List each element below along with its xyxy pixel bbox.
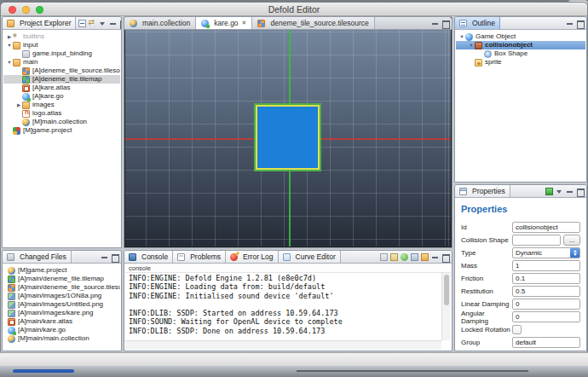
- editor-tab[interactable]: deneme_tile_source.tilesource: [252, 17, 374, 29]
- zoom-window-button[interactable]: [36, 6, 43, 14]
- property-select[interactable]: Dynamic: [512, 247, 580, 258]
- property-input[interactable]: [512, 260, 580, 271]
- property-label: Locked Rotation: [461, 326, 512, 334]
- view-menu-icon[interactable]: [99, 20, 107, 27]
- open-log-icon[interactable]: [390, 253, 398, 261]
- image-icon: [8, 310, 15, 317]
- changed-file-item[interactable]: [A]main/images/Untitled.png: [3, 300, 120, 309]
- property-input[interactable]: [512, 337, 580, 348]
- tree-item[interactable]: [A]deneme_tile.tilemap: [3, 75, 120, 84]
- console-horizontal-scrollbar[interactable]: [125, 340, 441, 350]
- editor-tab[interactable]: main.collection: [124, 17, 196, 29]
- minimize-icon[interactable]: [101, 253, 108, 261]
- tree-item[interactable]: [M]main.collection: [3, 118, 120, 126]
- property-input[interactable]: [512, 273, 580, 284]
- tree-item[interactable]: main: [3, 58, 120, 67]
- expand-toggle-icon[interactable]: [458, 32, 465, 41]
- browse-button[interactable]: ...: [563, 235, 580, 246]
- console-view-tab[interactable]: Curve Editor: [279, 251, 341, 263]
- property-row: Mass: [461, 260, 580, 271]
- atlas-icon: [8, 318, 15, 326]
- close-window-button[interactable]: [9, 6, 16, 14]
- pin-console-icon[interactable]: [401, 253, 408, 261]
- expand-toggle-icon[interactable]: [6, 58, 13, 67]
- display-selected-console-icon[interactable]: [411, 253, 418, 261]
- outline-item[interactable]: sprite: [456, 58, 585, 67]
- changed-file-item[interactable]: [A]main/kare.atlas: [3, 317, 120, 326]
- changed-files-panel: Changed Files [M]game.project [A]main/de…: [2, 250, 122, 351]
- changed-file-item[interactable]: [A]main/images/kare.png: [3, 309, 120, 317]
- maximize-icon[interactable]: [576, 20, 584, 27]
- view-menu-icon[interactable]: [556, 188, 563, 195]
- open-console-icon[interactable]: [421, 253, 429, 261]
- changed-file-item[interactable]: [A]main/deneme_tile.tilemap: [3, 275, 120, 283]
- tilesource-icon: [8, 284, 15, 292]
- editor-panel: main.collection kare.go ✕ deneme_tile_so…: [124, 16, 453, 248]
- changed-file-item[interactable]: [M]game.project: [3, 266, 120, 275]
- property-input[interactable]: [512, 235, 561, 246]
- link-with-editor-icon[interactable]: [89, 20, 96, 27]
- changed-file-item[interactable]: [A]main/images/1ON8a.png: [3, 292, 120, 300]
- tree-item[interactable]: images: [3, 101, 120, 109]
- maximize-icon[interactable]: [111, 253, 118, 261]
- tab-properties[interactable]: Properties: [455, 185, 510, 197]
- expand-toggle-icon[interactable]: [6, 32, 13, 41]
- titlebar[interactable]: Defold Editor: [1, 3, 587, 16]
- outline-item[interactable]: collisionobject: [456, 41, 585, 49]
- scrollbar-thumb[interactable]: [444, 275, 449, 305]
- tree-item[interactable]: [A]kare.atlas: [3, 84, 120, 92]
- tab-project-explorer[interactable]: Project Explorer: [3, 17, 76, 29]
- property-input[interactable]: [512, 311, 580, 322]
- changed-file-item[interactable]: [A]main/kare.go: [3, 326, 120, 334]
- collision-box[interactable]: [256, 105, 320, 170]
- maximize-icon[interactable]: [119, 20, 122, 27]
- console-view-tab[interactable]: Console: [124, 251, 173, 263]
- property-row: Friction: [461, 273, 580, 284]
- project-tree: builtins input game.input_binding main […: [3, 31, 120, 246]
- property-checkbox[interactable]: [512, 325, 522, 334]
- close-tab-icon[interactable]: ✕: [242, 20, 247, 26]
- minimize-window-button[interactable]: [22, 6, 30, 14]
- maximize-icon[interactable]: [576, 188, 584, 195]
- console-view-tab[interactable]: Problems: [173, 251, 226, 263]
- tree-item[interactable]: logo.atlas: [3, 109, 120, 118]
- outline-tree: Game Object collisionobject Box Shape sp…: [456, 31, 585, 181]
- property-row: Collision Shape ...: [461, 235, 580, 246]
- tree-item[interactable]: [A]deneme_tile_source.tilesource: [3, 67, 120, 75]
- outline-item[interactable]: Game Object: [456, 32, 585, 41]
- new-view-icon[interactable]: [545, 188, 553, 195]
- tab-changed-files[interactable]: Changed Files: [3, 251, 72, 263]
- changed-file-item[interactable]: [M]main/main.collection: [3, 334, 120, 343]
- scene-viewport[interactable]: [125, 30, 451, 246]
- collapse-all-icon[interactable]: [78, 20, 86, 27]
- maximize-icon[interactable]: [441, 253, 449, 261]
- minimize-icon[interactable]: [431, 253, 439, 261]
- minimize-icon[interactable]: [566, 188, 574, 195]
- tree-item[interactable]: input: [3, 41, 120, 49]
- tree-item[interactable]: [M]game.project: [3, 126, 120, 135]
- editor-tab[interactable]: kare.go ✕: [196, 17, 252, 29]
- console-view-tab[interactable]: Error Log: [226, 251, 278, 263]
- go-icon: [8, 327, 15, 334]
- maximize-icon[interactable]: [441, 20, 449, 27]
- minimize-icon[interactable]: [431, 20, 439, 27]
- property-input[interactable]: [512, 222, 580, 233]
- tree-item[interactable]: builtins: [3, 32, 120, 41]
- expand-toggle-icon[interactable]: [15, 101, 22, 109]
- tree-item[interactable]: [A]kare.go: [3, 92, 120, 101]
- minimize-icon[interactable]: [566, 20, 574, 27]
- changed-files-list: [M]game.project [A]main/deneme_tile.tile…: [3, 264, 120, 350]
- minimize-icon[interactable]: [109, 20, 117, 27]
- collisionobject-icon: [475, 42, 482, 49]
- property-label: Angular Damping: [461, 310, 512, 325]
- property-input[interactable]: [512, 286, 580, 297]
- tree-item[interactable]: game.input_binding: [3, 49, 120, 58]
- clear-console-icon[interactable]: [380, 253, 388, 261]
- property-input[interactable]: [512, 299, 580, 310]
- console-vertical-scrollbar[interactable]: [441, 273, 451, 340]
- changed-file-item[interactable]: [A]main/deneme_tile_source.tilesource: [3, 283, 120, 292]
- expand-toggle-icon[interactable]: [6, 41, 13, 49]
- expand-toggle-icon[interactable]: [468, 41, 475, 49]
- outline-item[interactable]: Box Shape: [456, 49, 585, 58]
- tab-outline[interactable]: Outline: [455, 17, 500, 29]
